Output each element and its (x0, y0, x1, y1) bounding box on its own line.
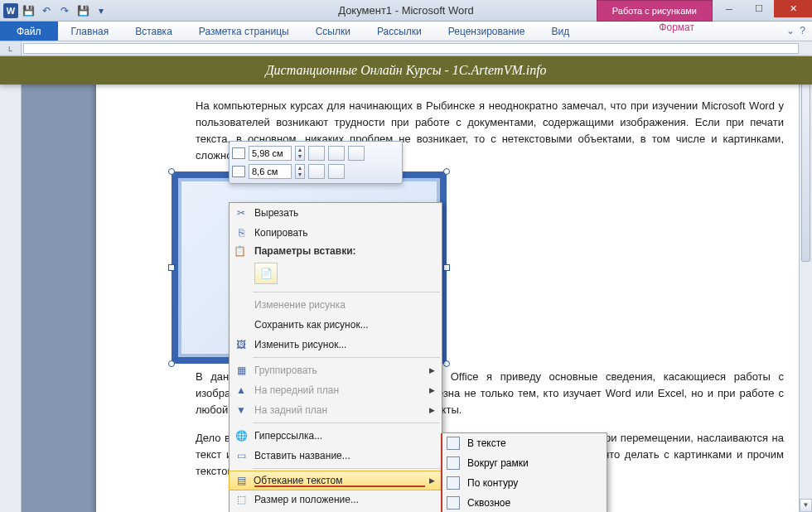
copy-icon: ⎘ (234, 225, 249, 240)
menu-size-position[interactable]: ⬚Размер и положение... (230, 490, 442, 510)
menu-send-back-label: На задний план (254, 404, 327, 416)
position-button[interactable] (308, 164, 325, 179)
globe-icon: 🌐 (234, 428, 249, 443)
save-button-2[interactable]: 💾 (75, 2, 91, 19)
clipboard-icon: 📋 (234, 245, 246, 257)
wrap-inline-icon (447, 437, 460, 450)
resize-handle-mr[interactable] (443, 264, 450, 271)
submenu-arrow-icon: ▶ (429, 386, 435, 394)
height-spinner[interactable]: ▲▼ (295, 146, 305, 161)
menu-cut[interactable]: ✂Вырезать (230, 203, 442, 223)
tab-view[interactable]: Вид (538, 22, 582, 41)
minimize-button[interactable]: ─ (714, 0, 744, 17)
menu-edit-picture[interactable]: 🖼Изменить рисунок... (230, 335, 442, 355)
bring-front-icon: ▲ (234, 383, 249, 398)
paste-option-keep-source[interactable]: 📄 (254, 263, 278, 284)
group-icon: ▦ (234, 363, 249, 378)
wrap-button[interactable] (328, 164, 345, 179)
resize-handle-br[interactable] (443, 360, 450, 367)
wrap-through[interactable]: Сквозное (442, 493, 607, 512)
menu-edit-picture-label: Изменить рисунок... (254, 339, 346, 350)
save-button[interactable]: 💾 (20, 2, 36, 19)
resize-handle-bl[interactable] (168, 360, 175, 367)
menu-change-picture-label: Изменение рисунка (254, 299, 346, 311)
width-spinner[interactable]: ▲▼ (295, 164, 305, 179)
vertical-scrollbar[interactable]: ▲ ▼ (799, 56, 812, 512)
paste-options: 📄 (230, 259, 442, 289)
tab-home[interactable]: Главная (58, 22, 123, 41)
wrap-tight-label: По контуру (467, 477, 518, 489)
resize-handle-tr[interactable] (443, 168, 450, 175)
menu-group: ▦Группировать▶ (230, 360, 442, 380)
align-button[interactable] (328, 146, 345, 161)
width-input[interactable] (249, 164, 292, 179)
mini-toolbar[interactable]: ▲▼ ▲▼ (229, 141, 403, 184)
word-app-icon[interactable]: W (3, 3, 18, 18)
wrap-square-label: Вокруг рамки (467, 457, 529, 469)
tab-insert[interactable]: Вставка (122, 22, 186, 41)
menu-text-wrap-label: Обтекание текстом (254, 475, 342, 486)
submenu-arrow-icon: ▶ (429, 476, 435, 485)
scroll-down-button[interactable]: ▼ (800, 499, 812, 512)
menu-save-as-picture[interactable]: Сохранить как рисунок... (230, 315, 442, 335)
menu-bring-front: ▲На передний план▶ (230, 380, 442, 400)
submenu-arrow-icon: ▶ (429, 406, 435, 414)
tab-review[interactable]: Рецензирование (435, 22, 539, 41)
menu-group-label: Группировать (254, 365, 317, 376)
annotation-underline (254, 485, 425, 487)
menu-save-as-picture-label: Сохранить как рисунок... (254, 319, 369, 331)
scissors-icon: ✂ (234, 205, 249, 220)
resize-handle-tl[interactable] (168, 168, 175, 175)
ribbon-help-controls: ⌄ ? (786, 25, 805, 36)
caption-icon: ▭ (234, 448, 249, 463)
send-back-icon: ▼ (234, 403, 249, 418)
resize-handle-ml[interactable] (168, 264, 175, 271)
qat-customize-dropdown[interactable]: ▾ (93, 2, 109, 19)
tab-references[interactable]: Ссылки (302, 22, 364, 41)
window-controls: ─ ☐ ✕ (714, 0, 812, 17)
file-tab[interactable]: Файл (0, 22, 58, 41)
submenu-arrow-icon: ▶ (429, 366, 435, 374)
wrap-inline[interactable]: В тексте (442, 433, 607, 453)
edit-picture-icon: 🖼 (234, 337, 249, 352)
width-icon (232, 166, 245, 177)
rotate-button[interactable] (348, 146, 365, 161)
tab-page-layout[interactable]: Разметка страницы (186, 22, 302, 41)
menu-copy-label: Копировать (254, 227, 308, 239)
picture-tools-contextual-tab[interactable]: Работа с рисунками (597, 0, 713, 22)
menu-hyperlink[interactable]: 🌐Гиперссылка... (230, 426, 442, 446)
crop-button[interactable] (308, 146, 325, 161)
maximize-button[interactable]: ☐ (744, 0, 774, 17)
title-bar: W 💾 ↶ ↷ 💾 ▾ Документ1 - Microsoft Word Р… (0, 0, 812, 22)
quick-access-toolbar: W 💾 ↶ ↷ 💾 ▾ (0, 2, 109, 19)
menu-size-position-label: Размер и положение... (254, 494, 359, 505)
scroll-thumb[interactable] (801, 71, 810, 262)
ribbon-tabs: Файл Главная Вставка Разметка страницы С… (0, 22, 812, 41)
tab-format[interactable]: Формат (645, 22, 708, 33)
height-icon (232, 147, 245, 159)
close-button[interactable]: ✕ (774, 0, 812, 17)
wrap-tight[interactable]: По контуру (442, 473, 607, 493)
menu-copy[interactable]: ⎘Копировать (230, 223, 442, 243)
ruler-row: L (0, 41, 812, 56)
tab-mailings[interactable]: Рассылки (364, 22, 435, 41)
tab-selector[interactable]: L (0, 41, 22, 56)
undo-button[interactable]: ↶ (38, 2, 55, 19)
menu-hyperlink-label: Гиперссылка... (254, 430, 322, 442)
wrap-through-label: Сквозное (467, 497, 510, 509)
redo-button[interactable]: ↷ (56, 2, 73, 19)
menu-text-wrap[interactable]: ▤ Обтекание текстом ▶ (229, 471, 442, 490)
menu-insert-caption[interactable]: ▭Вставить название... (230, 446, 442, 466)
height-input[interactable] (249, 146, 292, 161)
vertical-ruler[interactable] (0, 56, 22, 512)
help-button[interactable]: ? (800, 25, 805, 36)
context-menu: ✂Вырезать ⎘Копировать 📋Параметры вставки… (229, 202, 442, 512)
menu-insert-caption-label: Вставить название... (254, 450, 350, 461)
ribbon-collapse-button[interactable]: ⌄ (786, 25, 795, 36)
menu-change-picture: Изменение рисунка (230, 295, 442, 315)
size-icon: ⬚ (234, 492, 249, 507)
horizontal-ruler[interactable] (23, 43, 799, 54)
wrap-square-icon (447, 456, 460, 470)
menu-bring-front-label: На передний план (254, 384, 339, 396)
wrap-square[interactable]: Вокруг рамки (442, 453, 607, 473)
